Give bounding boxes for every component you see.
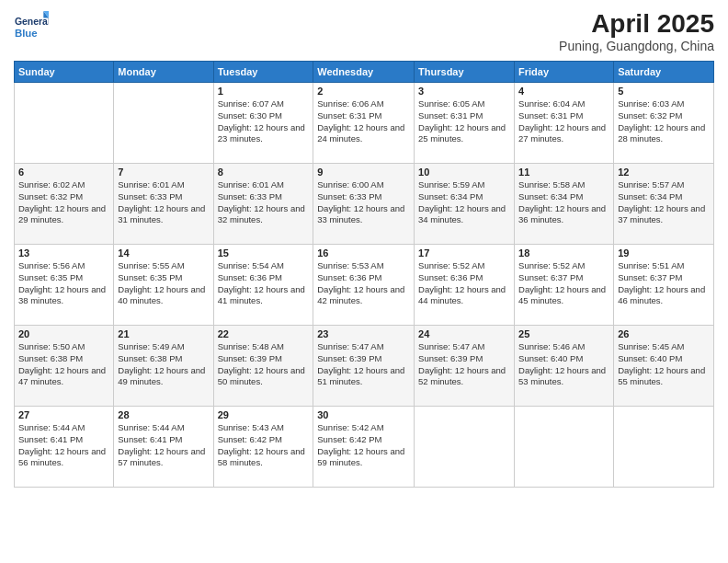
day-number: 8	[218, 167, 310, 178]
day-info: Sunrise: 5:47 AM Sunset: 6:39 PM Dayligh…	[418, 341, 510, 388]
generalblue-logo-icon: General Blue	[14, 9, 49, 44]
calendar-cell: 14Sunrise: 5:55 AM Sunset: 6:35 PM Dayli…	[114, 245, 213, 326]
day-info: Sunrise: 5:43 AM Sunset: 6:42 PM Dayligh…	[218, 422, 310, 469]
svg-text:General: General	[15, 17, 49, 27]
calendar-cell: 7Sunrise: 6:01 AM Sunset: 6:33 PM Daylig…	[114, 164, 213, 245]
day-number: 17	[418, 247, 510, 259]
day-number: 12	[618, 167, 710, 178]
day-info: Sunrise: 5:44 AM Sunset: 6:41 PM Dayligh…	[18, 422, 109, 469]
calendar-cell: 23Sunrise: 5:47 AM Sunset: 6:39 PM Dayli…	[313, 326, 415, 407]
day-header-sunday: Sunday	[15, 62, 114, 83]
calendar-cell: 12Sunrise: 5:57 AM Sunset: 6:34 PM Dayli…	[614, 164, 714, 245]
day-info: Sunrise: 5:59 AM Sunset: 6:34 PM Dayligh…	[418, 179, 510, 226]
day-info: Sunrise: 6:05 AM Sunset: 6:31 PM Dayligh…	[418, 98, 510, 145]
day-header-thursday: Thursday	[415, 62, 515, 83]
day-info: Sunrise: 5:54 AM Sunset: 6:36 PM Dayligh…	[218, 260, 310, 307]
day-info: Sunrise: 6:01 AM Sunset: 6:33 PM Dayligh…	[218, 179, 310, 226]
day-number: 26	[618, 328, 710, 339]
day-info: Sunrise: 5:49 AM Sunset: 6:38 PM Dayligh…	[118, 341, 209, 388]
day-info: Sunrise: 5:51 AM Sunset: 6:37 PM Dayligh…	[618, 260, 710, 307]
day-number: 22	[218, 328, 310, 339]
day-info: Sunrise: 6:02 AM Sunset: 6:32 PM Dayligh…	[18, 179, 109, 226]
day-number: 16	[317, 247, 410, 259]
day-header-saturday: Saturday	[614, 62, 714, 83]
calendar-cell: 15Sunrise: 5:54 AM Sunset: 6:36 PM Dayli…	[213, 245, 313, 326]
calendar-cell	[15, 83, 114, 164]
day-header-tuesday: Tuesday	[213, 62, 313, 83]
day-info: Sunrise: 5:52 AM Sunset: 6:36 PM Dayligh…	[418, 260, 510, 307]
day-info: Sunrise: 6:07 AM Sunset: 6:30 PM Dayligh…	[218, 98, 310, 145]
calendar-cell	[114, 83, 213, 164]
calendar-cell: 26Sunrise: 5:45 AM Sunset: 6:40 PM Dayli…	[614, 326, 714, 407]
day-number: 10	[418, 167, 510, 178]
calendar-cell: 17Sunrise: 5:52 AM Sunset: 6:36 PM Dayli…	[415, 245, 515, 326]
day-number: 24	[418, 328, 510, 339]
day-info: Sunrise: 5:45 AM Sunset: 6:40 PM Dayligh…	[618, 341, 710, 388]
day-info: Sunrise: 5:53 AM Sunset: 6:36 PM Dayligh…	[317, 260, 410, 307]
calendar-cell	[415, 407, 515, 488]
calendar-cell: 22Sunrise: 5:48 AM Sunset: 6:39 PM Dayli…	[213, 326, 313, 407]
week-row-2: 13Sunrise: 5:56 AM Sunset: 6:35 PM Dayli…	[15, 245, 714, 326]
day-number: 25	[518, 328, 609, 339]
day-info: Sunrise: 5:48 AM Sunset: 6:39 PM Dayligh…	[218, 341, 310, 388]
day-info: Sunrise: 5:55 AM Sunset: 6:35 PM Dayligh…	[118, 260, 209, 307]
calendar-cell: 6Sunrise: 6:02 AM Sunset: 6:32 PM Daylig…	[15, 164, 114, 245]
day-number: 14	[118, 247, 209, 259]
day-number: 29	[218, 409, 310, 420]
calendar-cell: 18Sunrise: 5:52 AM Sunset: 6:37 PM Dayli…	[515, 245, 614, 326]
day-header-wednesday: Wednesday	[313, 62, 415, 83]
calendar-cell: 24Sunrise: 5:47 AM Sunset: 6:39 PM Dayli…	[415, 326, 515, 407]
day-number: 30	[317, 409, 410, 420]
day-number: 23	[317, 328, 410, 339]
day-header-monday: Monday	[114, 62, 213, 83]
day-number: 7	[118, 167, 209, 178]
day-number: 18	[518, 247, 609, 259]
day-number: 20	[18, 328, 109, 339]
day-number: 2	[317, 86, 410, 97]
day-info: Sunrise: 6:00 AM Sunset: 6:33 PM Dayligh…	[317, 179, 410, 226]
day-info: Sunrise: 5:46 AM Sunset: 6:40 PM Dayligh…	[518, 341, 609, 388]
day-number: 1	[218, 86, 310, 97]
main-title: April 2025	[559, 9, 714, 39]
calendar-cell: 19Sunrise: 5:51 AM Sunset: 6:37 PM Dayli…	[614, 245, 714, 326]
day-number: 3	[418, 86, 510, 97]
day-number: 19	[618, 247, 710, 259]
calendar-table: SundayMondayTuesdayWednesdayThursdayFrid…	[14, 61, 714, 488]
calendar-cell: 20Sunrise: 5:50 AM Sunset: 6:38 PM Dayli…	[15, 326, 114, 407]
calendar-cell: 10Sunrise: 5:59 AM Sunset: 6:34 PM Dayli…	[415, 164, 515, 245]
day-header-friday: Friday	[515, 62, 614, 83]
week-row-1: 6Sunrise: 6:02 AM Sunset: 6:32 PM Daylig…	[15, 164, 714, 245]
day-info: Sunrise: 5:44 AM Sunset: 6:41 PM Dayligh…	[118, 422, 209, 469]
svg-text:Blue: Blue	[15, 28, 38, 39]
title-block: April 2025 Puning, Guangdong, China	[559, 9, 714, 53]
day-info: Sunrise: 5:52 AM Sunset: 6:37 PM Dayligh…	[518, 260, 609, 307]
day-info: Sunrise: 5:50 AM Sunset: 6:38 PM Dayligh…	[18, 341, 109, 388]
week-row-0: 1Sunrise: 6:07 AM Sunset: 6:30 PM Daylig…	[15, 83, 714, 164]
calendar-cell: 3Sunrise: 6:05 AM Sunset: 6:31 PM Daylig…	[415, 83, 515, 164]
calendar-cell: 4Sunrise: 6:04 AM Sunset: 6:31 PM Daylig…	[515, 83, 614, 164]
calendar-cell: 27Sunrise: 5:44 AM Sunset: 6:41 PM Dayli…	[15, 407, 114, 488]
calendar-cell: 30Sunrise: 5:42 AM Sunset: 6:42 PM Dayli…	[313, 407, 415, 488]
calendar-cell: 2Sunrise: 6:06 AM Sunset: 6:31 PM Daylig…	[313, 83, 415, 164]
calendar-cell	[614, 407, 714, 488]
day-info: Sunrise: 5:47 AM Sunset: 6:39 PM Dayligh…	[317, 341, 410, 388]
day-info: Sunrise: 5:42 AM Sunset: 6:42 PM Dayligh…	[317, 422, 410, 469]
day-number: 21	[118, 328, 209, 339]
calendar-header: SundayMondayTuesdayWednesdayThursdayFrid…	[15, 62, 714, 83]
calendar-cell: 9Sunrise: 6:00 AM Sunset: 6:33 PM Daylig…	[313, 164, 415, 245]
day-number: 13	[18, 247, 109, 259]
day-number: 27	[18, 409, 109, 420]
day-number: 15	[218, 247, 310, 259]
day-number: 6	[18, 167, 109, 178]
calendar-cell: 5Sunrise: 6:03 AM Sunset: 6:32 PM Daylig…	[614, 83, 714, 164]
subtitle: Puning, Guangdong, China	[559, 39, 714, 53]
day-number: 28	[118, 409, 209, 420]
day-info: Sunrise: 6:03 AM Sunset: 6:32 PM Dayligh…	[618, 98, 710, 145]
calendar-cell: 16Sunrise: 5:53 AM Sunset: 6:36 PM Dayli…	[313, 245, 415, 326]
header: General Blue April 2025 Puning, Guangdon…	[14, 9, 714, 53]
calendar-cell: 29Sunrise: 5:43 AM Sunset: 6:42 PM Dayli…	[213, 407, 313, 488]
week-row-3: 20Sunrise: 5:50 AM Sunset: 6:38 PM Dayli…	[15, 326, 714, 407]
logo: General Blue	[14, 9, 51, 44]
day-info: Sunrise: 5:57 AM Sunset: 6:34 PM Dayligh…	[618, 179, 710, 226]
day-info: Sunrise: 6:06 AM Sunset: 6:31 PM Dayligh…	[317, 98, 410, 145]
